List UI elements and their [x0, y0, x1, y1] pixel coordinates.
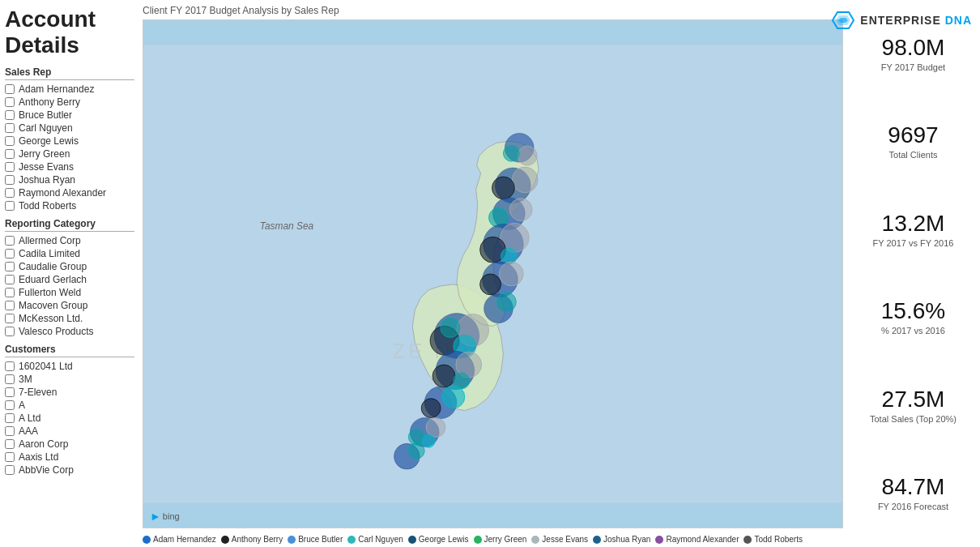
stat-value-fy2017budget: 98.0M: [853, 36, 974, 61]
reporting-category-checkbox[interactable]: [5, 262, 15, 271]
customer-checkbox[interactable]: [5, 426, 15, 436]
customer-item-label: Aaxis Ltd: [19, 451, 58, 463]
reporting-category-item[interactable]: Caudalie Group: [5, 261, 134, 272]
customers-label: Customers: [5, 344, 134, 357]
reporting-category-checkbox[interactable]: [5, 249, 15, 259]
customer-item[interactable]: Aaron Corp: [5, 438, 134, 450]
customer-item[interactable]: A: [5, 400, 134, 411]
svg-point-7: [512, 167, 538, 193]
sales-rep-item[interactable]: Bruce Butler: [5, 109, 134, 121]
customer-item-label: 7-Eleven: [19, 387, 57, 398]
customer-checkbox[interactable]: [5, 439, 15, 449]
reporting-category-item-label: Cadila Limited: [19, 248, 80, 259]
customer-item[interactable]: 7-Eleven: [5, 387, 134, 398]
customer-checkbox[interactable]: [5, 374, 15, 384]
legend-item: George Lewis: [408, 535, 469, 544]
sales-rep-checkbox[interactable]: [5, 97, 15, 107]
sales-rep-item-label: Anthony Berry: [19, 96, 80, 108]
sales-rep-item[interactable]: George Lewis: [5, 135, 134, 147]
stat-fy2016forecast: 84.7M FY 2016 Forecast: [853, 475, 974, 511]
reporting-category-checkbox[interactable]: [5, 301, 15, 310]
stat-value-totalsales: 27.5M: [853, 387, 974, 412]
customer-checkbox[interactable]: [5, 413, 15, 423]
stat-fy2017vs2016: 13.2M FY 2017 vs FY 2016: [853, 212, 974, 248]
reporting-category-list: Allermed CorpCadila LimitedCaudalie Grou…: [5, 235, 134, 337]
sales-rep-item[interactable]: Jesse Evans: [5, 161, 134, 173]
reporting-category-item[interactable]: Cadila Limited: [5, 248, 134, 259]
reporting-category-item-label: Valesco Products: [19, 326, 94, 337]
customer-item[interactable]: A Ltd: [5, 412, 134, 424]
stat-label-fy2016forecast: FY 2016 Forecast: [853, 502, 974, 511]
sales-rep-item[interactable]: Todd Roberts: [5, 200, 134, 212]
legend-label: Jesse Evans: [542, 535, 588, 544]
customer-checkbox[interactable]: [5, 452, 15, 462]
reporting-category-checkbox[interactable]: [5, 288, 15, 297]
customer-item[interactable]: AbbVie Corp: [5, 464, 134, 476]
sales-rep-item-label: Jesse Evans: [19, 161, 74, 173]
customer-item[interactable]: Aaxis Ltd: [5, 451, 134, 463]
reporting-category-checkbox[interactable]: [5, 275, 15, 284]
customer-item-label: AAA: [19, 425, 38, 437]
sales-rep-checkbox[interactable]: [5, 201, 15, 211]
stat-fy2017budget: 98.0M FY 2017 Budget: [853, 36, 974, 72]
customer-item[interactable]: AAA: [5, 425, 134, 437]
sales-rep-item[interactable]: Anthony Berry: [5, 96, 134, 108]
sales-rep-checkbox[interactable]: [5, 136, 15, 146]
svg-point-32: [421, 399, 441, 418]
legend-item: Joshua Ryan: [593, 535, 650, 544]
reporting-category-item-label: Eduard Gerlach: [19, 274, 87, 285]
reporting-category-item[interactable]: McKesson Ltd.: [5, 313, 134, 324]
sales-rep-item[interactable]: Joshua Ryan: [5, 174, 134, 186]
sales-rep-item[interactable]: Jerry Green: [5, 148, 134, 160]
sales-rep-checkbox[interactable]: [5, 110, 15, 120]
sales-rep-item[interactable]: Carl Nguyen: [5, 122, 134, 134]
svg-point-10: [509, 199, 532, 221]
reporting-category-checkbox[interactable]: [5, 327, 15, 336]
sales-rep-item[interactable]: Raymond Alexander: [5, 187, 134, 199]
reporting-category-checkbox[interactable]: [5, 236, 15, 246]
sales-rep-item[interactable]: Adam Hernandez: [5, 83, 134, 95]
reporting-category-item-label: Fullerton Weld: [19, 287, 81, 298]
sales-rep-item-label: Joshua Ryan: [19, 174, 75, 186]
customer-item[interactable]: 3M: [5, 374, 134, 385]
page-title: Account Details: [5, 6, 134, 58]
reporting-category-item[interactable]: Valesco Products: [5, 326, 134, 337]
map-wrapper[interactable]: Tasman Sea ZE ND: [143, 19, 843, 528]
legend-dot: [593, 536, 601, 544]
reporting-category-item-label: Allermed Corp: [19, 235, 81, 246]
legend-item: Carl Nguyen: [347, 535, 403, 544]
sales-rep-checkbox[interactable]: [5, 188, 15, 198]
legend-dot: [221, 536, 229, 544]
sales-rep-checkbox[interactable]: [5, 84, 15, 94]
customer-checkbox[interactable]: [5, 387, 15, 397]
logo-area: ENTERPRISE DNA: [831, 8, 972, 32]
customer-checkbox[interactable]: [5, 400, 15, 410]
customer-checkbox[interactable]: [5, 361, 15, 371]
reporting-category-item[interactable]: Eduard Gerlach: [5, 274, 134, 285]
reporting-category-checkbox[interactable]: [5, 314, 15, 323]
svg-point-17: [499, 262, 523, 286]
sales-rep-checkbox[interactable]: [5, 149, 15, 159]
sales-rep-item-label: Adam Hernandez: [19, 83, 94, 95]
legend-dot: [474, 536, 482, 544]
enterprise-dna-icon: [831, 8, 855, 32]
legend-item: Bruce Butler: [288, 535, 343, 544]
reporting-category-item-label: Macoven Group: [19, 300, 87, 311]
customer-item[interactable]: 1602041 Ltd: [5, 361, 134, 372]
reporting-category-item[interactable]: Fullerton Weld: [5, 287, 134, 298]
svg-point-38: [408, 442, 424, 459]
reporting-category-item[interactable]: Macoven Group: [5, 300, 134, 311]
sales-rep-checkbox[interactable]: [5, 175, 15, 185]
customer-checkbox[interactable]: [5, 465, 15, 475]
legend-label: Carl Nguyen: [358, 535, 403, 544]
sales-rep-checkbox[interactable]: [5, 162, 15, 172]
bing-text: bing: [163, 511, 180, 521]
svg-point-5: [503, 145, 519, 161]
reporting-category-item[interactable]: Allermed Corp: [5, 235, 134, 246]
sales-rep-checkbox[interactable]: [5, 123, 15, 133]
sales-rep-item-label: Jerry Green: [19, 148, 70, 160]
map-title: Client FY 2017 Budget Analysis by Sales …: [143, 5, 843, 16]
sales-rep-item-label: Bruce Butler: [19, 109, 72, 121]
legend-label: Joshua Ryan: [603, 535, 650, 544]
stat-label-totalclients: Total Clients: [853, 150, 974, 160]
